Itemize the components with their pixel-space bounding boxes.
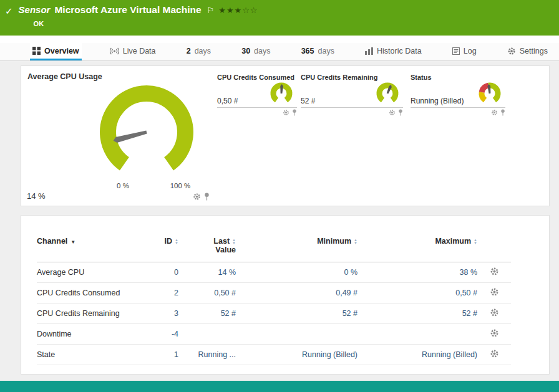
tab-30-days[interactable]: 30 days <box>239 43 273 60</box>
table-row[interactable]: Downtime -4 <box>37 324 511 345</box>
tab-label-number: 2 <box>187 47 191 55</box>
tab-overview[interactable]: Overview <box>30 43 82 60</box>
gauge-title: CPU Credits Consumed <box>217 74 297 81</box>
channel-maximum: 52 # <box>361 304 481 324</box>
gauge-max-label: 100 % <box>165 182 196 189</box>
tab-historic-data[interactable]: Historic Data <box>362 43 424 60</box>
tab-365-days[interactable]: 365 days <box>299 43 337 60</box>
channel-table-body: Average CPU 0 14 % 0 % 38 % CPU Credits … <box>37 262 511 365</box>
gauge-pin-icon[interactable] <box>398 109 403 116</box>
tab-label: days <box>254 47 270 55</box>
gauge-settings-gear-icon[interactable] <box>389 109 396 116</box>
channel-name[interactable]: Downtime <box>37 324 152 345</box>
channel-minimum <box>240 324 361 345</box>
channel-minimum: 52 # <box>240 304 361 324</box>
priority-stars[interactable]: ★★★☆☆ <box>218 6 258 15</box>
gauge-min-label: 0 % <box>110 182 136 189</box>
object-kind-label: Sensor <box>19 4 51 15</box>
column-header-actions <box>481 237 511 262</box>
channel-maximum: 0,50 # <box>361 283 481 304</box>
channel-last-value: 52 # <box>182 304 240 324</box>
channel-table: Channel▼ ID▲▼ Last▲▼ Value Minimum▲▼ <box>37 237 511 365</box>
gauge-settings-gear-icon[interactable] <box>193 193 201 201</box>
table-header-row: Channel▼ ID▲▼ Last▲▼ Value Minimum▲▼ <box>37 237 511 262</box>
sort-icon: ▲▼ <box>175 239 178 245</box>
gauge-pin-icon[interactable] <box>500 109 505 116</box>
gauge-value: 0,50 # <box>217 97 238 105</box>
column-header-last-value[interactable]: Last▲▼ Value <box>182 237 240 262</box>
status-gauge <box>475 81 504 107</box>
live-data-icon <box>110 47 119 55</box>
tab-live-data[interactable]: Live Data <box>107 43 158 60</box>
status-gauge-block: Status Running (Billed) <box>411 74 505 116</box>
channel-table-panel: Channel▼ ID▲▼ Last▲▼ Value Minimum▲▼ <box>21 215 550 375</box>
tab-label-number: 365 <box>301 47 314 55</box>
tab-2-days[interactable]: 2 days <box>184 43 213 60</box>
channel-settings-button[interactable] <box>481 324 511 345</box>
footer-bar <box>0 381 559 392</box>
page-title: Microsoft Azure Virtual Machine <box>54 4 201 16</box>
channel-name[interactable]: State <box>37 345 152 365</box>
channel-name[interactable]: CPU Credits Remaining <box>37 304 152 324</box>
channel-minimum: 0,49 # <box>240 283 361 304</box>
gauge-title: Status <box>411 74 505 81</box>
channel-settings-button[interactable] <box>481 283 511 304</box>
channel-name[interactable]: Average CPU <box>37 262 152 283</box>
channel-id: 3 <box>152 304 182 324</box>
channel-maximum <box>361 324 481 345</box>
tab-label: Overview <box>44 47 79 55</box>
table-row[interactable]: State 1 Running ... Running (Billed) Run… <box>37 345 511 365</box>
flag-icon[interactable]: ⚐ <box>207 6 215 15</box>
channel-minimum: Running (Billed) <box>240 345 361 365</box>
channel-name[interactable]: CPU Credits Consumed <box>37 283 152 304</box>
tab-label-number: 30 <box>241 47 250 55</box>
gauge-title: CPU Credits Remaining <box>301 74 403 81</box>
gauge-pin-icon[interactable] <box>204 193 210 201</box>
channel-last-value <box>182 324 240 345</box>
sensor-header: ✓ Sensor Microsoft Azure Virtual Machine… <box>0 0 559 36</box>
channel-last-value: Running ... <box>182 345 240 365</box>
tab-settings[interactable]: Settings <box>505 43 550 60</box>
gauge-settings-gear-icon[interactable] <box>491 109 498 116</box>
divider <box>301 107 403 108</box>
gauge-value: Running (Billed) <box>411 97 464 105</box>
table-row[interactable]: CPU Credits Consumed 2 0,50 # 0,49 # 0,5… <box>37 283 511 304</box>
tab-log[interactable]: Log <box>450 43 479 60</box>
column-header-minimum[interactable]: Minimum▲▼ <box>240 237 361 262</box>
gauge-pin-icon[interactable] <box>292 109 297 116</box>
gauge-value: 14 % <box>27 191 46 201</box>
channel-id: 1 <box>152 345 182 365</box>
divider <box>411 107 505 108</box>
status-badge: OK <box>34 20 258 27</box>
channel-settings-button[interactable] <box>481 304 511 324</box>
tab-label: Log <box>464 47 477 55</box>
tab-label: days <box>318 47 334 55</box>
sort-icon: ▲▼ <box>474 239 477 245</box>
channel-settings-button[interactable] <box>481 345 511 365</box>
ok-check-icon: ✓ <box>5 6 13 36</box>
column-header-channel[interactable]: Channel▼ <box>37 237 152 262</box>
table-row[interactable]: Average CPU 0 14 % 0 % 38 % <box>37 262 511 283</box>
tab-bar: Overview Live Data 2 days 30 days 365 da… <box>0 43 559 61</box>
historic-data-icon <box>365 47 373 55</box>
channel-last-value: 0,50 # <box>182 283 240 304</box>
channel-minimum: 0 % <box>240 262 361 283</box>
channel-last-value: 14 % <box>182 262 240 283</box>
sort-icon: ▲▼ <box>232 239 236 245</box>
divider <box>217 107 297 108</box>
column-header-maximum[interactable]: Maximum▲▼ <box>361 237 481 262</box>
gauge-value: 52 # <box>301 97 315 105</box>
channel-id: 0 <box>152 262 182 283</box>
channel-settings-button[interactable] <box>481 262 511 283</box>
gauge-needle <box>113 130 148 144</box>
channel-maximum: 38 % <box>361 262 481 283</box>
column-header-id[interactable]: ID▲▼ <box>152 237 182 262</box>
sort-desc-icon: ▼ <box>70 239 75 245</box>
overview-icon <box>32 47 41 55</box>
table-row[interactable]: CPU Credits Remaining 3 52 # 52 # 52 # <box>37 304 511 324</box>
gauges-panel: Average CPU Usage 0 % 100 % 14 % <box>21 65 550 206</box>
tab-label: Live Data <box>123 47 156 55</box>
gauge-settings-gear-icon[interactable] <box>283 109 289 116</box>
cpu-credits-consumed-gauge <box>267 81 296 107</box>
channel-id: -4 <box>152 324 182 345</box>
